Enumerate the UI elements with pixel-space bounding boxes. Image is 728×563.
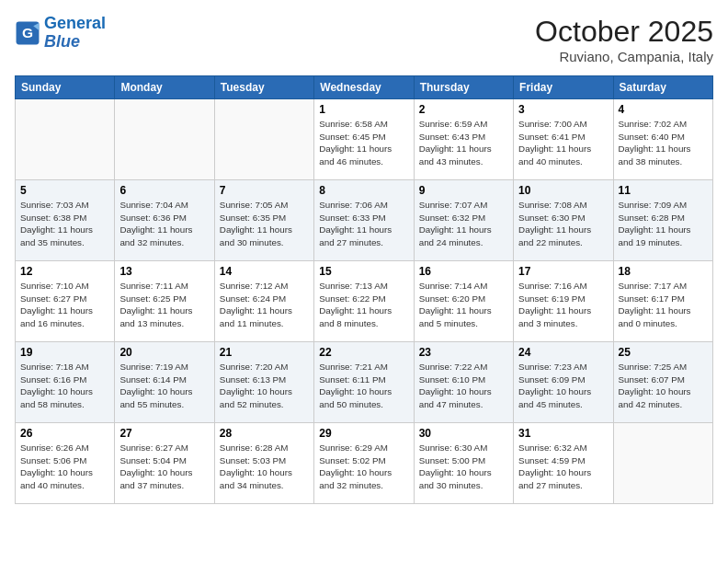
col-header-sunday: Sunday [16,76,115,99]
day-number: 10 [518,184,608,197]
day-info: Sunrise: 6:30 AMSunset: 5:00 PMDaylight:… [419,442,508,492]
day-info: Sunrise: 7:14 AMSunset: 6:20 PMDaylight:… [419,280,508,330]
day-info: Sunrise: 6:29 AMSunset: 5:02 PMDaylight:… [319,442,408,492]
day-number: 23 [419,346,508,359]
day-cell-5: 5Sunrise: 7:03 AMSunset: 6:38 PMDaylight… [16,180,115,261]
day-info: Sunrise: 6:32 AMSunset: 4:59 PMDaylight:… [518,442,608,492]
day-number: 24 [518,346,608,359]
col-header-monday: Monday [115,76,214,99]
day-info: Sunrise: 7:23 AMSunset: 6:09 PMDaylight:… [518,361,608,411]
day-number: 18 [619,265,708,278]
day-cell-11: 11Sunrise: 7:09 AMSunset: 6:28 PMDayligh… [613,180,712,261]
day-number: 27 [119,427,209,440]
day-cell-7: 7Sunrise: 7:05 AMSunset: 6:35 PMDaylight… [214,180,313,261]
month-title: October 2025 [535,15,713,49]
day-number: 22 [319,346,408,359]
empty-cell [613,423,712,504]
day-cell-12: 12Sunrise: 7:10 AMSunset: 6:27 PMDayligh… [16,261,115,342]
day-info: Sunrise: 7:05 AMSunset: 6:35 PMDaylight:… [220,199,309,249]
col-header-thursday: Thursday [414,76,513,99]
day-cell-16: 16Sunrise: 7:14 AMSunset: 6:20 PMDayligh… [414,261,513,342]
day-number: 11 [619,184,708,197]
day-cell-9: 9Sunrise: 7:07 AMSunset: 6:32 PMDaylight… [414,180,513,261]
col-header-friday: Friday [514,76,613,99]
day-number: 12 [20,265,109,278]
day-number: 26 [20,427,109,440]
day-info: Sunrise: 7:12 AMSunset: 6:24 PMDaylight:… [220,280,309,330]
day-cell-23: 23Sunrise: 7:22 AMSunset: 6:10 PMDayligh… [414,342,513,423]
week-row: 5Sunrise: 7:03 AMSunset: 6:38 PMDaylight… [16,180,713,261]
day-number: 16 [419,265,508,278]
svg-text:G: G [22,24,33,40]
page-header: G General Blue October 2025 Ruviano, Cam… [15,15,713,64]
day-number: 8 [319,184,408,197]
day-info: Sunrise: 6:27 AMSunset: 5:04 PMDaylight:… [119,442,209,492]
day-number: 30 [419,427,508,440]
day-cell-31: 31Sunrise: 6:32 AMSunset: 4:59 PMDayligh… [514,423,613,504]
day-info: Sunrise: 7:17 AMSunset: 6:17 PMDaylight:… [619,280,708,330]
day-info: Sunrise: 6:26 AMSunset: 5:06 PMDaylight:… [20,442,109,492]
day-cell-18: 18Sunrise: 7:17 AMSunset: 6:17 PMDayligh… [613,261,712,342]
day-number: 2 [419,103,508,116]
day-cell-20: 20Sunrise: 7:19 AMSunset: 6:14 PMDayligh… [115,342,214,423]
col-header-wednesday: Wednesday [314,76,414,99]
day-number: 14 [220,265,309,278]
week-row: 26Sunrise: 6:26 AMSunset: 5:06 PMDayligh… [16,423,713,504]
logo-line2: Blue [44,32,80,51]
day-info: Sunrise: 7:09 AMSunset: 6:28 PMDaylight:… [619,199,708,249]
day-cell-29: 29Sunrise: 6:29 AMSunset: 5:02 PMDayligh… [314,423,414,504]
day-number: 13 [119,265,209,278]
day-info: Sunrise: 7:04 AMSunset: 6:36 PMDaylight:… [119,199,209,249]
day-number: 17 [518,265,608,278]
day-info: Sunrise: 6:59 AMSunset: 6:43 PMDaylight:… [419,118,508,168]
day-number: 20 [119,346,209,359]
day-info: Sunrise: 7:13 AMSunset: 6:22 PMDaylight:… [319,280,408,330]
logo: G General Blue [15,15,106,52]
day-info: Sunrise: 7:25 AMSunset: 6:07 PMDaylight:… [619,361,708,411]
day-info: Sunrise: 7:07 AMSunset: 6:32 PMDaylight:… [419,199,508,249]
day-info: Sunrise: 7:02 AMSunset: 6:40 PMDaylight:… [619,118,708,168]
day-info: Sunrise: 7:21 AMSunset: 6:11 PMDaylight:… [319,361,408,411]
day-cell-14: 14Sunrise: 7:12 AMSunset: 6:24 PMDayligh… [214,261,313,342]
day-cell-22: 22Sunrise: 7:21 AMSunset: 6:11 PMDayligh… [314,342,414,423]
day-info: Sunrise: 7:11 AMSunset: 6:25 PMDaylight:… [119,280,209,330]
day-cell-6: 6Sunrise: 7:04 AMSunset: 6:36 PMDaylight… [115,180,214,261]
day-cell-4: 4Sunrise: 7:02 AMSunset: 6:40 PMDaylight… [613,99,712,180]
day-info: Sunrise: 7:18 AMSunset: 6:16 PMDaylight:… [20,361,109,411]
empty-cell [214,99,313,180]
day-cell-15: 15Sunrise: 7:13 AMSunset: 6:22 PMDayligh… [314,261,414,342]
day-cell-8: 8Sunrise: 7:06 AMSunset: 6:33 PMDaylight… [314,180,414,261]
day-number: 19 [20,346,109,359]
day-cell-3: 3Sunrise: 7:00 AMSunset: 6:41 PMDaylight… [514,99,613,180]
day-info: Sunrise: 7:03 AMSunset: 6:38 PMDaylight:… [20,199,109,249]
day-number: 28 [220,427,309,440]
header-row: SundayMondayTuesdayWednesdayThursdayFrid… [16,76,713,99]
day-info: Sunrise: 6:28 AMSunset: 5:03 PMDaylight:… [220,442,309,492]
location: Ruviano, Campania, Italy [535,49,713,64]
week-row: 19Sunrise: 7:18 AMSunset: 6:16 PMDayligh… [16,342,713,423]
day-cell-26: 26Sunrise: 6:26 AMSunset: 5:06 PMDayligh… [16,423,115,504]
day-number: 5 [20,184,109,197]
day-cell-17: 17Sunrise: 7:16 AMSunset: 6:19 PMDayligh… [514,261,613,342]
day-number: 6 [119,184,209,197]
day-info: Sunrise: 7:16 AMSunset: 6:19 PMDaylight:… [518,280,608,330]
week-row: 12Sunrise: 7:10 AMSunset: 6:27 PMDayligh… [16,261,713,342]
day-cell-2: 2Sunrise: 6:59 AMSunset: 6:43 PMDaylight… [414,99,513,180]
day-number: 31 [518,427,608,440]
day-cell-21: 21Sunrise: 7:20 AMSunset: 6:13 PMDayligh… [214,342,313,423]
day-info: Sunrise: 7:06 AMSunset: 6:33 PMDaylight:… [319,199,408,249]
day-number: 15 [319,265,408,278]
day-cell-10: 10Sunrise: 7:08 AMSunset: 6:30 PMDayligh… [514,180,613,261]
day-number: 9 [419,184,508,197]
day-cell-30: 30Sunrise: 6:30 AMSunset: 5:00 PMDayligh… [414,423,513,504]
empty-cell [16,99,115,180]
day-info: Sunrise: 7:08 AMSunset: 6:30 PMDaylight:… [518,199,608,249]
day-number: 29 [319,427,408,440]
day-number: 7 [220,184,309,197]
day-info: Sunrise: 6:58 AMSunset: 6:45 PMDaylight:… [319,118,408,168]
day-number: 1 [319,103,408,116]
day-info: Sunrise: 7:19 AMSunset: 6:14 PMDaylight:… [119,361,209,411]
day-info: Sunrise: 7:00 AMSunset: 6:41 PMDaylight:… [518,118,608,168]
day-cell-28: 28Sunrise: 6:28 AMSunset: 5:03 PMDayligh… [214,423,313,504]
day-info: Sunrise: 7:10 AMSunset: 6:27 PMDaylight:… [20,280,109,330]
